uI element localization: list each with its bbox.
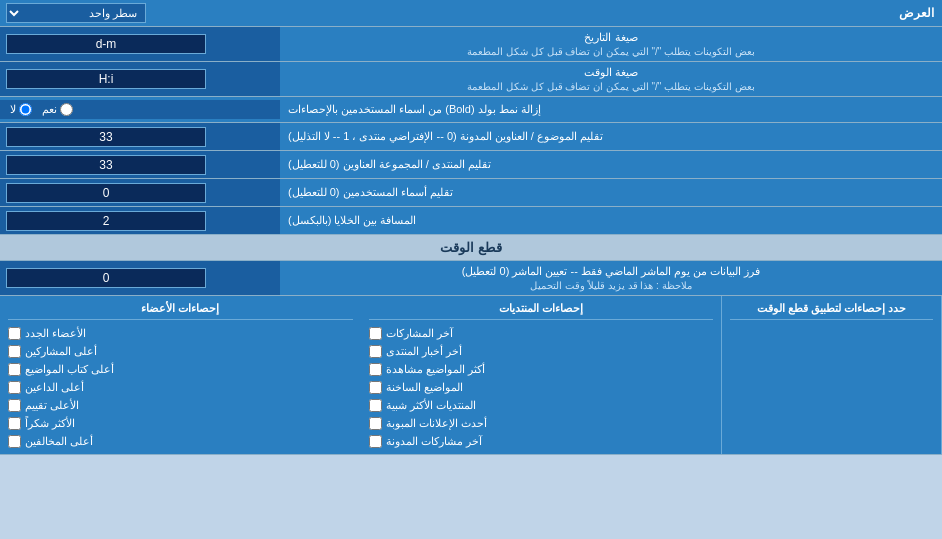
display-select-container[interactable]: سطر واحد — [0, 0, 280, 26]
date-format-label: صيغة التاريخ — [584, 31, 637, 44]
col2-item-6-label: آخر مشاركات المدونة — [386, 435, 482, 448]
remove-bold-yes-radio[interactable] — [60, 103, 73, 116]
col1-checkbox-6[interactable] — [8, 435, 21, 448]
checkboxes-container: حدد إحصاءات لتطبيق قطع الوقت إحصاءات الم… — [0, 296, 942, 455]
cut-time-input[interactable] — [6, 268, 206, 288]
date-format-label-area: صيغة التاريخ بعض التكوينات يتطلب "/" الت… — [280, 27, 942, 61]
col1-checkbox-2[interactable] — [8, 363, 21, 376]
username-trim-row: تقليم أسماء المستخدمين (0 للتعطيل) — [0, 179, 942, 207]
subject-title-label: تقليم الموضوع / العناوين المدونة (0 -- ا… — [280, 123, 942, 150]
username-trim-label: تقليم أسماء المستخدمين (0 للتعطيل) — [280, 179, 942, 206]
col1-checkbox-5[interactable] — [8, 417, 21, 430]
col2-checkbox-4[interactable] — [369, 399, 382, 412]
subject-title-input-area[interactable] — [0, 123, 280, 150]
time-format-input[interactable] — [6, 69, 206, 89]
cut-time-row: فرز البيانات من يوم الماشر الماضي فقط --… — [0, 261, 942, 296]
time-format-sublabel: بعض التكوينات يتطلب "/" التي يمكن ان تضا… — [467, 81, 754, 92]
col2-checkbox-0[interactable] — [369, 327, 382, 340]
checkboxes-section-label: حدد إحصاءات لتطبيق قطع الوقت — [730, 302, 933, 320]
col2-item-1-label: أخر أخبار المنتدى — [386, 345, 462, 358]
col1-item-4[interactable]: الأعلى تقييم — [8, 399, 353, 412]
remove-bold-no[interactable]: لا — [10, 103, 32, 116]
col2-header: إحصاءات المنتديات — [369, 302, 714, 320]
subject-title-row: تقليم الموضوع / العناوين المدونة (0 -- ا… — [0, 123, 942, 151]
display-dropdown[interactable]: سطر واحد — [6, 3, 146, 23]
forum-header-input-area[interactable] — [0, 151, 280, 178]
username-trim-input-area[interactable] — [0, 179, 280, 206]
remove-bold-label: إزالة نمط بولد (Bold) من اسماء المستخدمي… — [280, 99, 942, 120]
date-format-input-area[interactable] — [0, 27, 280, 61]
col1-checkbox-1[interactable] — [8, 345, 21, 358]
col2-item-1[interactable]: أخر أخبار المنتدى — [369, 345, 714, 358]
col1-item-6-label: أعلى المخالفين — [25, 435, 93, 448]
col2-item-6[interactable]: آخر مشاركات المدونة — [369, 435, 714, 448]
remove-bold-no-radio[interactable] — [19, 103, 32, 116]
cell-spacing-input[interactable] — [6, 211, 206, 231]
col1-item-5-label: الأكثر شكراً — [25, 417, 75, 430]
time-format-row: صيغة الوقت بعض التكوينات يتطلب "/" التي … — [0, 62, 942, 97]
cell-spacing-row: المسافة بين الخلايا (بالبكسل) — [0, 207, 942, 235]
time-format-input-area[interactable] — [0, 62, 280, 96]
forum-header-label: تقليم المنتدى / المجموعة العناوين (0 للت… — [280, 151, 942, 178]
col1-item-1-label: أعلى المشاركين — [25, 345, 97, 358]
col2-item-3-label: المواضيع الساخنة — [386, 381, 463, 394]
col2-item-3[interactable]: المواضيع الساخنة — [369, 381, 714, 394]
col2-item-0-label: آخر المشاركات — [386, 327, 453, 340]
col1-item-5[interactable]: الأكثر شكراً — [8, 417, 353, 430]
col1-item-3-label: أعلى الداعين — [25, 381, 84, 394]
col2-checkbox-6[interactable] — [369, 435, 382, 448]
header-row: العرض سطر واحد — [0, 0, 942, 27]
col1-item-6[interactable]: أعلى المخالفين — [8, 435, 353, 448]
col1-container: إحصاءات الأعضاء الأعضاء الجدد أعلى المشا… — [0, 296, 361, 454]
col1-item-3[interactable]: أعلى الداعين — [8, 381, 353, 394]
col2-item-4[interactable]: المنتديات الأكثر شبية — [369, 399, 714, 412]
col2-item-0[interactable]: آخر المشاركات — [369, 327, 714, 340]
col1-item-4-label: الأعلى تقييم — [25, 399, 79, 412]
col2-checkbox-1[interactable] — [369, 345, 382, 358]
cut-time-section-header: قطع الوقت — [0, 235, 942, 261]
col1-checkbox-3[interactable] — [8, 381, 21, 394]
cut-time-label-area: فرز البيانات من يوم الماشر الماضي فقط --… — [280, 261, 942, 295]
col2-item-2[interactable]: أكثر المواضيع مشاهدة — [369, 363, 714, 376]
col2-checkbox-3[interactable] — [369, 381, 382, 394]
time-format-label: صيغة الوقت — [584, 66, 638, 79]
main-container: العرض سطر واحد صيغة التاريخ بعض التكوينا… — [0, 0, 942, 455]
date-format-row: صيغة التاريخ بعض التكوينات يتطلب "/" الت… — [0, 27, 942, 62]
col2-item-5-label: أحدث الإعلانات المبوبة — [386, 417, 487, 430]
col1-item-1[interactable]: أعلى المشاركين — [8, 345, 353, 358]
remove-bold-row: إزالة نمط بولد (Bold) من اسماء المستخدمي… — [0, 97, 942, 123]
checkboxes-label-col: حدد إحصاءات لتطبيق قطع الوقت — [722, 296, 942, 454]
forum-header-input[interactable] — [6, 155, 206, 175]
cut-time-note: ملاحظة : هذا قد يزيد قليلاً وقت التحميل — [530, 280, 691, 291]
col2-item-2-label: أكثر المواضيع مشاهدة — [386, 363, 485, 376]
col2-checkbox-2[interactable] — [369, 363, 382, 376]
col1-header: إحصاءات الأعضاء — [8, 302, 353, 320]
remove-bold-options[interactable]: نعم لا — [0, 100, 280, 119]
col2-item-4-label: المنتديات الأكثر شبية — [386, 399, 476, 412]
col1-checkbox-0[interactable] — [8, 327, 21, 340]
display-label: العرض — [280, 2, 942, 24]
subject-title-input[interactable] — [6, 127, 206, 147]
col1-item-2-label: أعلى كتاب المواضيع — [25, 363, 114, 376]
col2-container: إحصاءات المنتديات آخر المشاركات أخر أخبا… — [361, 296, 723, 454]
cell-spacing-input-area[interactable] — [0, 207, 280, 234]
col1-item-0[interactable]: الأعضاء الجدد — [8, 327, 353, 340]
col1-checkbox-4[interactable] — [8, 399, 21, 412]
col1-item-0-label: الأعضاء الجدد — [25, 327, 86, 340]
remove-bold-yes-label: نعم — [42, 103, 57, 116]
date-format-input[interactable] — [6, 34, 206, 54]
col1-item-2[interactable]: أعلى كتاب المواضيع — [8, 363, 353, 376]
col2-item-5[interactable]: أحدث الإعلانات المبوبة — [369, 417, 714, 430]
cut-time-input-area[interactable] — [0, 261, 280, 295]
username-trim-input[interactable] — [6, 183, 206, 203]
date-format-sublabel: بعض التكوينات يتطلب "/" التي يمكن ان تضا… — [467, 46, 754, 57]
cell-spacing-label: المسافة بين الخلايا (بالبكسل) — [280, 207, 942, 234]
time-format-label-area: صيغة الوقت بعض التكوينات يتطلب "/" التي … — [280, 62, 942, 96]
remove-bold-yes[interactable]: نعم — [42, 103, 73, 116]
col2-checkbox-5[interactable] — [369, 417, 382, 430]
forum-header-row: تقليم المنتدى / المجموعة العناوين (0 للت… — [0, 151, 942, 179]
remove-bold-no-label: لا — [10, 103, 16, 116]
cut-time-label: فرز البيانات من يوم الماشر الماضي فقط --… — [462, 265, 760, 278]
